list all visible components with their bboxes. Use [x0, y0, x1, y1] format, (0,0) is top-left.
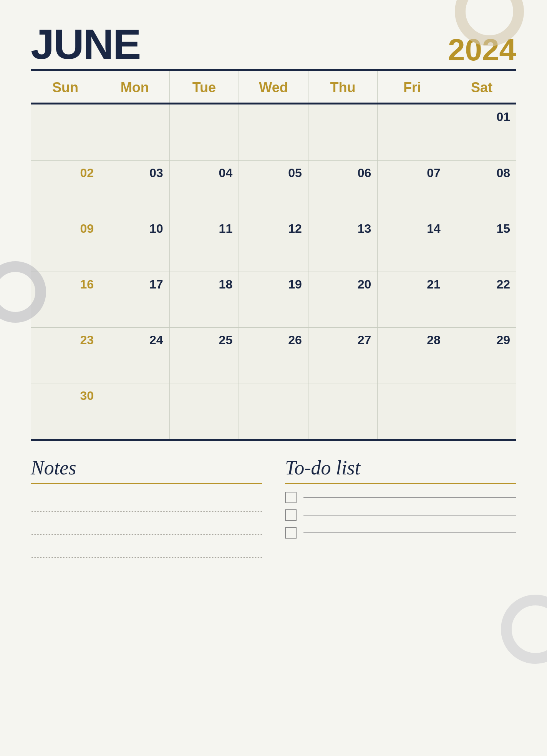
calendar-week-4: 16171819202122 [31, 272, 516, 327]
calendar-day-5-4 [308, 383, 378, 439]
calendar-day-3-5: 21 [378, 272, 447, 327]
col-tue: Tue [169, 71, 239, 103]
calendar-day-0-0 [31, 104, 100, 160]
col-thu: Thu [308, 71, 378, 103]
todo-section: To-do list [285, 456, 516, 561]
todo-item-1 [285, 492, 516, 503]
calendar-day-0-5 [378, 104, 447, 160]
calendar-day-4-0: 23 [31, 327, 100, 383]
calendar-table: Sun Mon Tue Wed Thu Fri Sat 010203040506… [31, 71, 516, 439]
todo-checkbox-1[interactable] [285, 492, 297, 503]
calendar-week-2: 02030405060708 [31, 160, 516, 216]
todo-line-3 [303, 532, 516, 533]
calendar-day-2-6: 15 [447, 216, 516, 272]
calendar-day-0-4 [308, 104, 378, 160]
calendar-week-6: 30 [31, 383, 516, 439]
calendar-day-4-3: 26 [239, 327, 308, 383]
calendar-day-4-1: 24 [100, 327, 170, 383]
col-sat: Sat [447, 71, 516, 103]
calendar-day-3-6: 22 [447, 272, 516, 327]
calendar-day-0-3 [239, 104, 308, 160]
calendar-day-4-2: 25 [169, 327, 239, 383]
calendar-day-2-3: 12 [239, 216, 308, 272]
calendar-day-1-2: 04 [169, 160, 239, 216]
calendar-day-0-1 [100, 104, 170, 160]
calendar-day-3-3: 19 [239, 272, 308, 327]
calendar-week-5: 23242526272829 [31, 327, 516, 383]
notes-gold-line [31, 483, 262, 484]
calendar-day-2-2: 11 [169, 216, 239, 272]
calendar-day-4-4: 27 [308, 327, 378, 383]
calendar-day-1-0: 02 [31, 160, 100, 216]
calendar-day-3-2: 18 [169, 272, 239, 327]
col-mon: Mon [100, 71, 170, 103]
calendar-day-4-5: 28 [378, 327, 447, 383]
calendar-day-1-5: 07 [378, 160, 447, 216]
calendar-day-2-0: 09 [31, 216, 100, 272]
calendar-day-5-2 [169, 383, 239, 439]
todo-gold-line [285, 483, 516, 484]
calendar-day-1-3: 05 [239, 160, 308, 216]
notes-line-3 [31, 538, 262, 558]
todo-title: To-do list [285, 456, 516, 479]
calendar-day-5-1 [100, 383, 170, 439]
calendar-day-3-1: 17 [100, 272, 170, 327]
todo-item-3 [285, 527, 516, 539]
calendar-day-5-3 [239, 383, 308, 439]
calendar-week-3: 09101112131415 [31, 216, 516, 272]
calendar-day-0-2 [169, 104, 239, 160]
month-title: JUNE [31, 23, 140, 65]
calendar-day-1-1: 03 [100, 160, 170, 216]
calendar-week-1: 01 [31, 104, 516, 160]
col-wed: Wed [239, 71, 308, 103]
calendar-day-3-4: 20 [308, 272, 378, 327]
notes-line-1 [31, 492, 262, 512]
calendar-day-1-4: 06 [308, 160, 378, 216]
todo-line-2 [303, 515, 516, 516]
page-header: JUNE 2024 [31, 23, 516, 65]
calendar-day-1-6: 08 [447, 160, 516, 216]
todo-line-1 [303, 497, 516, 498]
calendar-day-5-5 [378, 383, 447, 439]
todo-checkbox-3[interactable] [285, 527, 297, 539]
notes-title: Notes [31, 456, 262, 479]
calendar-day-5-0: 30 [31, 383, 100, 439]
notes-line-2 [31, 515, 262, 535]
footer-section: Notes To-do list [31, 456, 516, 561]
todo-items [285, 492, 516, 539]
calendar-page: JUNE 2024 Sun Mon Tue Wed Thu Fri Sat 01… [0, 0, 547, 756]
calendar-day-2-1: 10 [100, 216, 170, 272]
todo-checkbox-2[interactable] [285, 509, 297, 521]
todo-item-2 [285, 509, 516, 521]
notes-section: Notes [31, 456, 262, 561]
calendar-day-0-6: 01 [447, 104, 516, 160]
calendar-day-2-4: 13 [308, 216, 378, 272]
col-sun: Sun [31, 71, 100, 103]
calendar-day-4-6: 29 [447, 327, 516, 383]
notes-lines [31, 492, 262, 561]
bottom-separator [31, 439, 516, 441]
col-fri: Fri [378, 71, 447, 103]
deco-circle-bottom-right [501, 595, 547, 664]
calendar-day-2-5: 14 [378, 216, 447, 272]
calendar-header-row: Sun Mon Tue Wed Thu Fri Sat [31, 71, 516, 103]
calendar-day-5-6 [447, 383, 516, 439]
